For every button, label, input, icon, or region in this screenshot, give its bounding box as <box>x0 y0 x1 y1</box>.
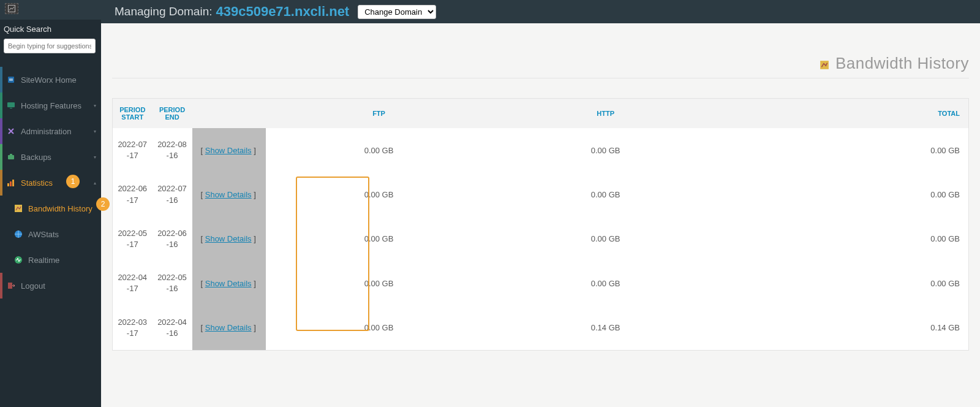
monitor-icon <box>6 101 16 110</box>
sidebar-item-administration[interactable]: Administration <box>0 118 101 144</box>
home-icon <box>6 75 16 85</box>
globe-icon <box>13 229 23 239</box>
cell-ftp: 0.00 GB <box>266 217 492 261</box>
sidebar-item-label: Realtime <box>28 256 59 265</box>
bandwidth-table: PERIOD START PERIOD END FTP HTTP TOTAL 2… <box>112 98 969 351</box>
svg-rect-12 <box>8 283 12 289</box>
table-row: 2022-07-172022-08-16[ Show Details ]0.00… <box>113 128 969 172</box>
sidebar-item-hosting-features[interactable]: Hosting Features <box>0 93 101 118</box>
change-domain-select[interactable]: Change Domain <box>358 5 436 19</box>
cell-show-details: [ Show Details ] <box>192 128 266 172</box>
chart-icon <box>6 178 16 188</box>
cell-show-details: [ Show Details ] <box>192 217 266 261</box>
sidebar-item-label: SiteWorx Home <box>21 75 77 85</box>
col-ftp[interactable]: FTP <box>266 99 492 129</box>
cell-show-details: [ Show Details ] <box>192 261 266 305</box>
page-title: Bandwidth History <box>835 54 969 72</box>
cell-period-start: 2022-06-17 <box>113 172 153 216</box>
cell-total: 0.00 GB <box>719 172 969 216</box>
sidebar: Quick Search SiteWorx Home Hosting Featu… <box>0 0 101 407</box>
svg-rect-6 <box>7 183 9 186</box>
cell-http: 0.00 GB <box>492 217 719 261</box>
broken-image-icon <box>5 3 18 14</box>
header-domain: 439c509e71.nxcli.net <box>216 4 349 20</box>
col-http[interactable]: HTTP <box>492 99 719 129</box>
show-details-link[interactable]: Show Details <box>205 146 252 155</box>
sidebar-item-statistics[interactable]: Statistics <box>0 170 101 196</box>
cell-total: 0.00 GB <box>719 261 969 305</box>
cell-period-start: 2022-07-17 <box>113 128 153 172</box>
sidebar-item-siteworx-home[interactable]: SiteWorx Home <box>0 67 101 93</box>
table-row: 2022-03-172022-04-16[ Show Details ]0.00… <box>113 306 969 351</box>
cell-period-end: 2022-08-16 <box>153 128 192 172</box>
sidebar-item-logout[interactable]: Logout <box>0 273 101 299</box>
cell-period-start: 2022-04-17 <box>113 261 153 305</box>
main-content: Bandwidth History PERIOD START PERIOD EN… <box>101 23 980 407</box>
svg-rect-7 <box>10 181 12 186</box>
cell-ftp: 0.00 GB <box>266 306 492 351</box>
cell-http: 0.00 GB <box>492 261 719 305</box>
svg-rect-5 <box>10 154 12 155</box>
cell-total: 0.14 GB <box>719 306 969 351</box>
cell-period-start: 2022-05-17 <box>113 217 153 261</box>
table-row: 2022-05-172022-06-16[ Show Details ]0.00… <box>113 217 969 261</box>
bandwidth-icon <box>13 204 23 213</box>
header-label: Managing Domain: <box>115 5 212 18</box>
header-bar: Managing Domain: 439c509e71.nxcli.net Ch… <box>101 0 980 23</box>
show-details-link[interactable]: Show Details <box>205 190 252 199</box>
sidebar-item-label: Logout <box>21 281 45 291</box>
svg-rect-3 <box>10 108 12 108</box>
svg-rect-13 <box>820 61 829 69</box>
col-details <box>192 99 266 129</box>
sidebar-item-label: Administration <box>21 127 71 136</box>
table-row: 2022-06-172022-07-16[ Show Details ]0.00… <box>113 172 969 216</box>
sidebar-item-bandwidth-history[interactable]: Bandwidth History <box>0 196 101 221</box>
sidebar-item-label: Hosting Features <box>21 101 81 110</box>
show-details-link[interactable]: Show Details <box>205 279 252 288</box>
show-details-link[interactable]: Show Details <box>205 234 252 243</box>
col-period-start[interactable]: PERIOD START <box>113 99 153 129</box>
cell-http: 0.00 GB <box>492 128 719 172</box>
cell-period-end: 2022-06-16 <box>153 217 192 261</box>
pulse-icon <box>13 255 23 265</box>
sidebar-item-label: AWStats <box>28 230 59 239</box>
cell-period-end: 2022-07-16 <box>153 172 192 216</box>
cell-period-start: 2022-03-17 <box>113 306 153 351</box>
show-details-link[interactable]: Show Details <box>205 323 252 332</box>
sidebar-item-label: Backups <box>21 153 51 162</box>
cell-http: 0.00 GB <box>492 172 719 216</box>
col-period-end[interactable]: PERIOD END <box>153 99 192 129</box>
cell-http: 0.14 GB <box>492 306 719 351</box>
table-row: 2022-04-172022-05-16[ Show Details ]0.00… <box>113 261 969 305</box>
quick-search-label: Quick Search <box>0 20 101 36</box>
cell-total: 0.00 GB <box>719 128 969 172</box>
cell-period-end: 2022-05-16 <box>153 261 192 305</box>
svg-rect-1 <box>8 77 14 83</box>
cell-show-details: [ Show Details ] <box>192 172 266 216</box>
tools-icon <box>6 126 16 136</box>
backup-icon <box>6 152 16 162</box>
logo-area <box>0 0 101 20</box>
cell-ftp: 0.00 GB <box>266 128 492 172</box>
sidebar-item-label: Bandwidth History <box>28 204 92 213</box>
table-header-row: PERIOD START PERIOD END FTP HTTP TOTAL <box>113 99 969 129</box>
sidebar-item-awstats[interactable]: AWStats <box>0 221 101 247</box>
sidebar-item-backups[interactable]: Backups <box>0 144 101 170</box>
bandwidth-history-icon <box>820 60 829 72</box>
cell-total: 0.00 GB <box>719 217 969 261</box>
svg-rect-2 <box>7 102 15 107</box>
logout-icon <box>6 281 16 291</box>
svg-rect-4 <box>8 155 14 159</box>
sidebar-item-realtime[interactable]: Realtime <box>0 247 101 273</box>
cell-show-details: [ Show Details ] <box>192 306 266 351</box>
svg-rect-8 <box>12 180 14 186</box>
annotation-badge-1: 1 <box>66 175 80 188</box>
svg-rect-9 <box>15 205 22 212</box>
page-title-row: Bandwidth History <box>112 54 969 78</box>
quick-search-input[interactable] <box>4 39 96 53</box>
sidebar-item-label: Statistics <box>21 178 53 188</box>
cell-ftp: 0.00 GB <box>266 172 492 216</box>
cell-ftp: 0.00 GB <box>266 261 492 305</box>
annotation-badge-2: 2 <box>96 197 110 211</box>
col-total[interactable]: TOTAL <box>719 99 969 129</box>
